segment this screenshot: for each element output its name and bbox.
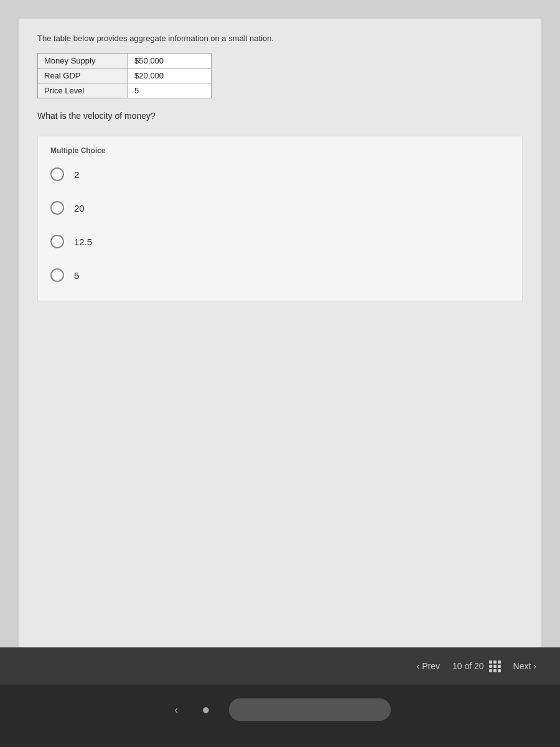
option-a[interactable]: 2 (50, 167, 510, 181)
next-label: Next (513, 661, 531, 671)
table-value-money-supply: $50,000 (128, 54, 212, 68)
option-b[interactable]: 20 (50, 201, 510, 215)
chevron-right-icon: › (533, 661, 536, 671)
screen: The table below provides aggregate infor… (0, 0, 560, 747)
option-d[interactable]: 5 (50, 268, 510, 282)
table-label-money-supply: Money Supply (38, 54, 128, 68)
grid-dot (498, 665, 501, 668)
search-input[interactable] (229, 698, 391, 721)
grid-icon[interactable] (489, 660, 501, 672)
prev-label: Prev (422, 661, 440, 671)
table-value-real-gdp: $20,000 (128, 68, 212, 83)
bottom-bar: ‹ Prev 10 of 20 Next (0, 647, 560, 685)
chevron-left-icon: ‹ (416, 661, 419, 671)
option-b-label: 20 (74, 203, 85, 214)
option-a-label: 2 (74, 169, 79, 180)
table-label-price-level: Price Level (38, 83, 128, 98)
table-row-money-supply: Money Supply $50,000 (38, 54, 212, 68)
table-row-real-gdp: Real GDP $20,000 (38, 68, 212, 83)
question-text: What is the velocity of money? (37, 111, 523, 121)
grid-dot (493, 669, 497, 672)
prev-button[interactable]: ‹ Prev (411, 659, 444, 674)
grid-dot (498, 669, 501, 672)
table-label-real-gdp: Real GDP (38, 68, 128, 83)
page-indicator: 10 of 20 (452, 660, 501, 672)
next-button[interactable]: Next › (508, 659, 541, 674)
table-row-price-level: Price Level 5 (38, 83, 212, 98)
nav-controls: ‹ Prev 10 of 20 Next (411, 659, 541, 674)
taskbar: ‹ ● (0, 685, 560, 747)
data-table: Money Supply $50,000 Real GDP $20,000 Pr… (37, 53, 212, 98)
grid-dot (489, 669, 492, 672)
grid-dot (493, 665, 497, 668)
intro-text: The table below provides aggregate infor… (37, 34, 523, 43)
search-button[interactable]: ● (202, 702, 210, 718)
grid-dot (498, 660, 501, 664)
radio-a[interactable] (50, 167, 64, 181)
radio-c[interactable] (50, 235, 64, 248)
option-c-label: 12.5 (74, 237, 92, 247)
mc-label: Multiple Choice (50, 146, 510, 155)
radio-d[interactable] (50, 268, 64, 282)
grid-dot (489, 665, 492, 668)
back-button[interactable]: ‹ (169, 701, 183, 719)
multiple-choice-box: Multiple Choice 2 20 12.5 5 (37, 136, 523, 301)
page-info-text: 10 of 20 (452, 661, 484, 671)
content-area: The table below provides aggregate infor… (19, 19, 541, 647)
radio-b[interactable] (50, 201, 64, 215)
option-d-label: 5 (74, 270, 79, 281)
option-c[interactable]: 12.5 (50, 235, 510, 248)
table-value-price-level: 5 (128, 83, 212, 98)
grid-dot (489, 660, 492, 664)
grid-dot (493, 660, 497, 664)
